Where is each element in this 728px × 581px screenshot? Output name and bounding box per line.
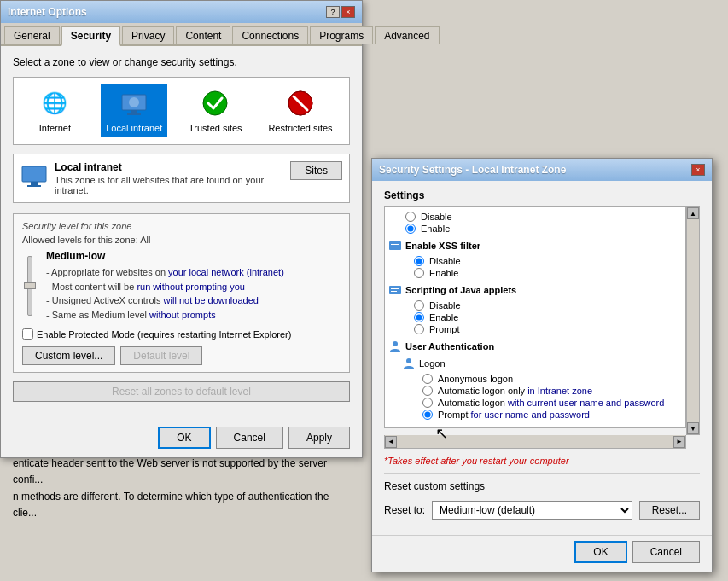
zones-container: 🌐 Internet Local intranet (13, 77, 350, 145)
tab-connections[interactable]: Connections (232, 26, 308, 44)
radio-anonymous[interactable] (422, 374, 433, 384)
reset-section: Reset custom settings (384, 473, 700, 492)
tab-bar: General Security Privacy Content Connect… (1, 23, 362, 46)
option-disable-1[interactable]: Disable (388, 211, 682, 223)
level-slider[interactable] (22, 250, 38, 322)
reset-all-zones-button[interactable]: Reset all zones to default level (13, 381, 350, 402)
svg-rect-2 (127, 113, 141, 115)
svg-rect-8 (22, 166, 46, 182)
internet-icon: 🌐 (39, 88, 70, 119)
close-button[interactable]: × (341, 6, 355, 18)
tab-programs[interactable]: Programs (310, 26, 373, 44)
option-disable-java[interactable]: Disable (388, 299, 682, 311)
radio-auto-intranet[interactable] (422, 386, 433, 396)
svg-rect-12 (391, 244, 399, 245)
svg-rect-1 (131, 110, 137, 113)
level-name: Medium-low (46, 250, 341, 262)
svg-point-4 (203, 91, 227, 115)
option-prompt-logon[interactable]: Prompt for user name and password (388, 409, 682, 421)
scroll-down-button[interactable]: ▼ (687, 422, 699, 434)
custom-level-button[interactable]: Custom level... (22, 346, 115, 365)
tab-advanced[interactable]: Advanced (375, 26, 439, 44)
option-disable-java-label: Disable (429, 300, 461, 311)
radio-enable-1[interactable] (405, 224, 416, 234)
user-auth-icon (388, 340, 402, 353)
radio-disable-xss[interactable] (414, 256, 424, 266)
tab-content[interactable]: Content (176, 26, 230, 44)
radio-disable-java[interactable] (414, 300, 424, 311)
option-auto-intranet[interactable]: Automatic logon only in Intranet zone (388, 385, 682, 397)
zone-trusted-sites[interactable]: Trusted sites (183, 84, 248, 137)
svg-point-18 (406, 358, 411, 363)
vertical-scrollbar[interactable]: ▲ ▼ (686, 206, 700, 435)
help-button[interactable]: ? (326, 6, 340, 18)
zone-info-box: Local intranet This zone is for all webs… (13, 154, 350, 203)
option-enable-java[interactable]: Enable (388, 311, 682, 323)
tab-security[interactable]: Security (61, 26, 120, 46)
reset-button[interactable]: Reset... (639, 501, 700, 520)
settings-group-auth: User Authentication Logon Anonymous logo… (388, 339, 682, 421)
option-anonymous[interactable]: Anonymous logon (388, 373, 682, 385)
horizontal-scrollbar[interactable]: ◄ ► (384, 435, 686, 449)
option-enable-xss[interactable]: Enable (388, 267, 682, 279)
svg-point-3 (129, 97, 139, 107)
zone-info-text: Local intranet This zone is for all webs… (55, 161, 283, 195)
svg-rect-14 (389, 286, 401, 294)
restart-note: *Takes effect after you restart your com… (384, 456, 700, 466)
protected-mode-label: Enable Protected Mode (requires restarti… (37, 329, 291, 340)
radio-disable-1[interactable] (405, 212, 416, 222)
option-enable-1[interactable]: Enable (388, 223, 682, 235)
option-disable-1-label: Disable (421, 212, 452, 222)
cancel-button[interactable]: Cancel (216, 427, 283, 449)
ok-button[interactable]: OK (158, 427, 210, 449)
svg-rect-10 (27, 185, 41, 187)
radio-prompt-java[interactable] (414, 324, 424, 334)
sites-button[interactable]: Sites (290, 161, 342, 180)
option-auto-current[interactable]: Automatic logon with current user name a… (388, 397, 682, 409)
radio-auto-current[interactable] (422, 398, 433, 408)
scroll-left-button[interactable]: ◄ (385, 436, 397, 448)
svg-point-17 (393, 341, 398, 346)
option-prompt-java[interactable]: Prompt (388, 323, 682, 335)
logon-icon (402, 357, 416, 370)
zone-internet[interactable]: 🌐 Internet (25, 84, 84, 137)
svg-rect-15 (391, 288, 399, 289)
protected-mode-checkbox[interactable] (22, 328, 33, 340)
option-disable-xss[interactable]: Disable (388, 255, 682, 267)
zone-restricted-sites-label: Restricted sites (268, 122, 332, 134)
background-bottom-text: enticate header sent to the Web server i… (0, 447, 367, 530)
radio-prompt-logon[interactable] (422, 410, 433, 420)
section-title: Security level for this zone (22, 221, 341, 231)
xss-filter-icon (388, 239, 402, 253)
radio-enable-java[interactable] (414, 312, 424, 322)
scroll-right-button[interactable]: ► (673, 436, 685, 448)
java-applets-header: Scripting of Java applets (388, 282, 682, 298)
zone-local-intranet[interactable]: Local intranet (101, 84, 167, 137)
tab-privacy[interactable]: Privacy (122, 26, 174, 44)
ss-ok-button[interactable]: OK (574, 541, 626, 563)
tab-general[interactable]: General (4, 26, 60, 44)
security-settings-close-button[interactable]: × (691, 164, 705, 176)
default-level-button[interactable]: Default level (120, 346, 202, 365)
option-disable-xss-label: Disable (429, 256, 461, 266)
option-anonymous-label: Anonymous logon (438, 374, 513, 384)
security-settings-content: Settings Disable Enable (372, 181, 712, 535)
scroll-up-button[interactable]: ▲ (687, 207, 699, 219)
level-description: - Appropriate for websites on your local… (46, 265, 341, 322)
security-level-section: Security level for this zone Allowed lev… (13, 213, 350, 373)
settings-list[interactable]: Disable Enable Enable XSS filter (384, 206, 686, 428)
option-auto-current-label: Automatic logon with current user name a… (438, 398, 664, 408)
title-bar-controls: ? × (326, 6, 355, 18)
radio-enable-xss[interactable] (414, 268, 424, 278)
svg-rect-11 (389, 241, 401, 250)
zone-internet-label: Internet (39, 122, 71, 134)
reset-custom-label: Reset custom settings (384, 480, 485, 492)
security-settings-dialog: Security Settings - Local Intranet Zone … (371, 158, 713, 572)
reset-select[interactable]: Medium-low (default) (432, 501, 632, 520)
svg-rect-16 (391, 291, 397, 292)
zone-restricted-sites[interactable]: Restricted sites (263, 84, 337, 137)
internet-options-title-bar: Internet Options ? × (1, 1, 362, 23)
apply-button[interactable]: Apply (288, 427, 350, 449)
zone-trusted-sites-label: Trusted sites (189, 122, 242, 134)
ss-cancel-button[interactable]: Cancel (632, 541, 700, 563)
